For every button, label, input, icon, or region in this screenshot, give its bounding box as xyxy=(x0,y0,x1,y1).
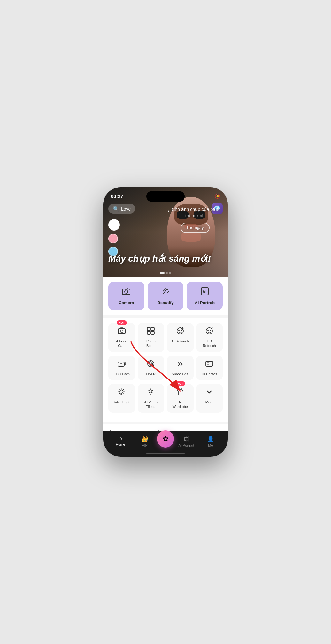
ai-wardrobe-label: AIWardrobe xyxy=(173,400,188,409)
hero-subtitle: Cho ảnh chụp của bạn thêm xinh Thử ngay xyxy=(172,206,218,233)
hot-badge-wardrobe: HOT xyxy=(175,381,185,386)
camera-quick-label: Camera xyxy=(119,300,134,305)
sparkle-2: ✦ xyxy=(167,210,170,213)
svg-point-14 xyxy=(178,330,180,331)
feature-video-edit[interactable]: Video Edit xyxy=(167,356,194,380)
hd-retouch-icon xyxy=(205,327,213,337)
ai-portrait-quick-label: AI Portrait xyxy=(195,300,215,305)
dynamic-island xyxy=(146,191,185,202)
svg-point-7 xyxy=(120,330,123,333)
svg-point-18 xyxy=(207,330,209,331)
nav-ai-portrait-label: AI Portrait xyxy=(179,443,194,447)
color-pink[interactable] xyxy=(108,234,118,243)
ccd-cam-label: CCD Cam xyxy=(114,372,130,376)
iphone-cam-icon xyxy=(118,327,126,337)
svg-text:AI: AI xyxy=(202,289,207,294)
hero-subtitle-line2: thêm xinh xyxy=(172,213,218,219)
feature-photo-booth[interactable]: PhotoBooth xyxy=(138,323,165,352)
svg-point-17 xyxy=(206,328,212,334)
ai-portrait-nav-icon: 🖼 xyxy=(183,436,189,443)
feature-vibe-light[interactable]: Vibe Light xyxy=(108,384,135,413)
nav-me-label: Me xyxy=(208,443,213,447)
hd-retouch-label: HDRetouch xyxy=(203,339,216,348)
try-button[interactable]: Thử ngay xyxy=(181,223,210,233)
nav-me[interactable]: 👤 Me xyxy=(198,436,223,447)
svg-point-3 xyxy=(167,289,168,290)
beautify-quick-icon xyxy=(161,287,170,298)
quick-actions: Camera Beautify xyxy=(103,277,228,315)
svg-point-25 xyxy=(150,363,152,364)
svg-point-13 xyxy=(177,328,183,334)
dslr-icon xyxy=(147,360,155,370)
feature-ccd-cam[interactable]: CCD Cam xyxy=(108,356,135,380)
nav-home-label: Home xyxy=(116,442,125,446)
nav-vip-label: VIP xyxy=(142,443,148,447)
ai-retouch-icon xyxy=(176,327,184,337)
feature-ai-retouch[interactable]: AI Retouch xyxy=(167,323,194,352)
camera-center-icon: ✿ xyxy=(163,435,168,443)
grid-row-3: Vibe Light AI AI VideoEffects xyxy=(108,384,223,413)
video-edit-icon xyxy=(176,360,184,370)
me-nav-icon: 👤 xyxy=(207,436,214,443)
nav-camera-center[interactable]: ✿ xyxy=(157,430,174,453)
color-white[interactable] xyxy=(108,219,120,231)
feature-id-photos[interactable]: ID Photos xyxy=(196,356,223,380)
nav-home[interactable]: ⌂ Home xyxy=(108,435,133,448)
feature-more[interactable]: More xyxy=(196,384,223,413)
svg-rect-11 xyxy=(147,331,150,334)
search-text: Love xyxy=(121,206,131,211)
svg-point-34 xyxy=(120,390,123,393)
svg-rect-6 xyxy=(118,329,125,334)
ai-wardrobe-icon xyxy=(176,388,184,398)
id-photos-icon xyxy=(205,360,213,370)
hero-search-bar[interactable]: 🔍 Love xyxy=(108,204,135,214)
svg-rect-10 xyxy=(151,327,154,331)
camera-quick-icon xyxy=(122,287,131,298)
hero-subtitle-line1: Cho ảnh chụp của bạn xyxy=(172,206,218,213)
vip-nav-icon: 👑 xyxy=(141,436,148,443)
hero-main-title: Máy chụp hắt sáng mới! xyxy=(108,254,211,264)
dot-1 xyxy=(160,272,165,274)
svg-point-22 xyxy=(120,363,122,365)
search-icon: 🔍 xyxy=(113,206,119,212)
id-photos-label: ID Photos xyxy=(202,372,217,376)
svg-rect-20 xyxy=(118,362,124,366)
nav-vip[interactable]: 👑 VIP xyxy=(133,436,157,447)
mute-icon: 🔕 xyxy=(215,194,220,199)
grid-row-1: HOT iPhoneCam xyxy=(108,323,223,352)
feature-ai-wardrobe[interactable]: HOT AIWardrobe xyxy=(167,384,194,413)
sparkle-1: ✦ xyxy=(135,256,139,261)
iphone-cam-label: iPhoneCam xyxy=(116,339,127,348)
quick-action-camera[interactable]: Camera xyxy=(108,282,144,310)
nav-camera-button[interactable]: ✿ xyxy=(157,430,174,448)
svg-rect-9 xyxy=(147,327,150,331)
svg-point-31 xyxy=(207,363,209,364)
home-indicator xyxy=(146,453,185,454)
vibe-light-icon xyxy=(118,388,126,398)
home-icon: ⌂ xyxy=(119,435,122,442)
photo-booth-label: PhotoBooth xyxy=(146,339,156,348)
video-edit-label: Video Edit xyxy=(172,372,188,376)
status-time: 00:27 xyxy=(111,194,123,199)
ccd-cam-icon xyxy=(118,360,126,370)
vibe-light-label: Vibe Light xyxy=(114,400,129,404)
dot-2 xyxy=(166,272,168,274)
feature-iphone-cam[interactable]: HOT iPhoneCam xyxy=(108,323,135,352)
dot-3 xyxy=(169,272,171,274)
ai-retouch-label: AI Retouch xyxy=(172,339,189,343)
banner-dots xyxy=(160,272,171,274)
quick-action-ai-portrait[interactable]: AI AI Portrait xyxy=(187,282,223,310)
svg-point-1 xyxy=(125,290,128,293)
feature-hd-retouch[interactable]: HDRetouch xyxy=(196,323,223,352)
feature-ai-video-effects[interactable]: AI AI VideoEffects xyxy=(138,384,165,413)
svg-marker-21 xyxy=(124,363,126,365)
beautify-quick-label: Beautify xyxy=(157,300,173,305)
more-icon xyxy=(205,388,213,398)
status-icons: 🔕 xyxy=(215,194,220,199)
grid-row-2: CCD Cam xyxy=(108,356,223,380)
feature-dslr[interactable]: DSLR xyxy=(138,356,165,380)
dslr-label: DSLR xyxy=(146,372,156,376)
hot-badge-iphone: HOT xyxy=(117,320,127,325)
nav-ai-portrait[interactable]: 🖼 AI Portrait xyxy=(174,436,198,447)
quick-action-beautify[interactable]: Beautify xyxy=(148,282,184,310)
